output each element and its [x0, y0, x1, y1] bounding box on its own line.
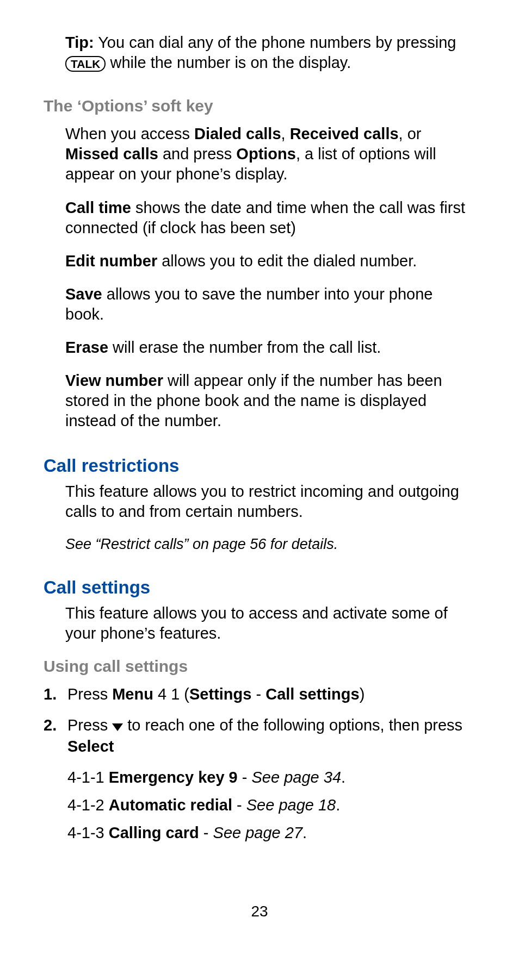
tip-text-after: while the number is on the display. [106, 54, 351, 71]
text: . [341, 769, 345, 786]
text: - [251, 685, 265, 703]
calling-card-label: Calling card [109, 824, 199, 841]
step-number: 2. [44, 715, 57, 735]
text: to reach one of the following options, t… [123, 716, 462, 734]
call-restrictions-heading: Call restrictions [44, 455, 475, 476]
text: allows you to save the number into your … [65, 285, 433, 323]
save-label: Save [65, 285, 102, 303]
save-paragraph: Save allows you to save the number into … [65, 284, 475, 324]
down-arrow-icon [112, 716, 123, 736]
text: - [199, 824, 213, 841]
svg-marker-0 [112, 723, 123, 731]
view-number-paragraph: View number will appear only if the numb… [65, 371, 475, 431]
using-call-settings-heading: Using call settings [44, 657, 475, 676]
call-restrictions-see: See “Restrict calls” on page 56 for deta… [65, 535, 475, 554]
see-page-text: See page 18 [246, 796, 336, 814]
call-settings-heading: Call settings [44, 577, 475, 598]
call-settings-label: Call settings [265, 685, 359, 703]
settings-label: Settings [189, 685, 251, 703]
page-number: 23 [0, 903, 519, 920]
text: allows you to edit the dialed number. [157, 252, 417, 270]
options-intro: When you access Dialed calls, Received c… [65, 124, 475, 184]
erase-label: Erase [65, 339, 108, 356]
text: Press [67, 716, 112, 734]
automatic-redial-label: Automatic redial [109, 796, 232, 814]
edit-number-label: Edit number [65, 252, 157, 270]
steps-list: 1. Press Menu 4 1 (Settings - Call setti… [44, 684, 475, 843]
step-2: 2. Press to reach one of the following o… [44, 715, 475, 843]
received-calls-label: Received calls [290, 125, 399, 142]
tip-label: Tip: [65, 34, 94, 51]
emergency-key-label: Emergency key 9 [109, 769, 238, 786]
text: , [281, 125, 290, 142]
text: ) [360, 685, 365, 703]
see-page-text: See page 34 [252, 769, 341, 786]
tip-paragraph: Tip: You can dial any of the phone numbe… [65, 33, 475, 73]
subitem-4-1-1: 4-1-1 Emergency key 9 - See page 34. [67, 767, 475, 788]
subitem-4-1-3: 4-1-3 Calling card - See page 27. [67, 823, 475, 843]
select-label: Select [67, 738, 114, 755]
step-number: 1. [44, 684, 57, 704]
call-time-label: Call time [65, 199, 131, 216]
step-1: 1. Press Menu 4 1 (Settings - Call setti… [44, 684, 475, 704]
text: . [302, 824, 307, 841]
text: 4-1-1 [67, 769, 109, 786]
dialed-calls-label: Dialed calls [194, 125, 281, 142]
step-2-sublist: 4-1-1 Emergency key 9 - See page 34. 4-1… [67, 767, 475, 843]
see-page-text: See page 27 [213, 824, 302, 841]
text: - [232, 796, 246, 814]
options-label: Options [236, 145, 296, 163]
text: will erase the number from the call list… [108, 339, 381, 356]
text: , or [399, 125, 422, 142]
erase-paragraph: Erase will erase the number from the cal… [65, 338, 475, 358]
talk-key-icon: TALK [65, 56, 106, 72]
text: Press [67, 685, 112, 703]
view-number-label: View number [65, 372, 163, 389]
text: When you access [65, 125, 194, 142]
edit-number-paragraph: Edit number allows you to edit the diale… [65, 251, 475, 271]
text: 4-1-2 [67, 796, 109, 814]
text: 4 1 ( [153, 685, 189, 703]
call-restrictions-body: This feature allows you to restrict inco… [65, 482, 475, 522]
text: - [238, 769, 252, 786]
tip-text-before: You can dial any of the phone numbers by… [94, 34, 456, 51]
options-softkey-heading: The ‘Options’ soft key [44, 97, 475, 115]
text: . [336, 796, 340, 814]
menu-label: Menu [112, 685, 153, 703]
subitem-4-1-2: 4-1-2 Automatic redial - See page 18. [67, 795, 475, 815]
text: 4-1-3 [67, 824, 109, 841]
missed-calls-label: Missed calls [65, 145, 158, 163]
call-settings-body: This feature allows you to access and ac… [65, 603, 475, 644]
page: Tip: You can dial any of the phone numbe… [0, 0, 519, 980]
call-time-paragraph: Call time shows the date and time when t… [65, 198, 475, 238]
text: and press [158, 145, 236, 163]
